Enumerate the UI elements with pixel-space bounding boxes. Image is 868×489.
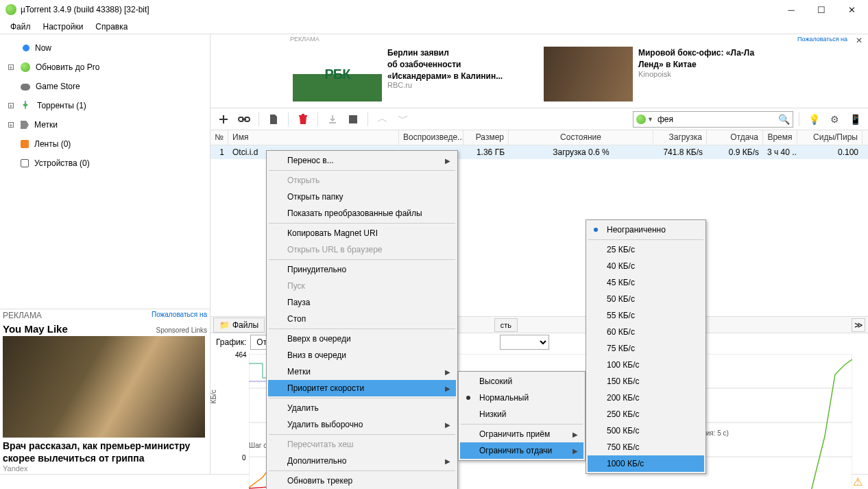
ctx-limit-opt[interactable]: 200 КБ/с [588,390,704,406]
stop-button[interactable] [344,110,362,128]
ctx-show-converted[interactable]: Показать преобразованные файлы [268,205,456,222]
tab-speed[interactable]: сть [494,318,518,332]
context-submenu-limit: Неограниченно 25 КБ/с 40 КБ/с 45 КБ/с 50… [586,219,706,474]
warning-icon[interactable]: ⚠ [853,475,863,488]
add-link-button[interactable] [235,110,253,128]
search-icon[interactable]: 🔍 [778,114,790,125]
ctx-limit-opt[interactable]: 45 КБ/с [588,274,704,291]
expand-icon[interactable] [8,64,14,70]
ctx-limit-upload[interactable]: Ограничить отдачи▶ [460,442,583,459]
ad-block-2[interactable]: Мировой бокс-офис: «Ла-ЛаЛенд» в КитаеKi… [544,47,782,105]
help-button[interactable]: 💡 [805,110,823,128]
tab-files[interactable]: 📁Файлы [213,318,265,333]
grid-header: № Имя Воспроизведе... Размер Состояние З… [210,130,868,145]
ctx-priority-high[interactable]: Высокий [460,373,583,390]
ctx-speed-priority[interactable]: Приоритет скорости▶ [268,380,456,396]
add-button[interactable] [215,110,232,128]
ctx-stop[interactable]: Стоп [268,311,456,327]
ctx-limit-opt[interactable]: 60 КБ/с [588,324,704,340]
ad-label: РЕКЛАМА [290,36,320,43]
cell-download: 741.8 КБ/s [653,146,707,158]
ad-source: Kinopoisk [638,70,782,78]
col-state[interactable]: Состояние [509,130,653,145]
sidebar-item-game[interactable]: Game Store [0,77,210,96]
move-down-button[interactable]: ﹀ [394,110,412,128]
ctx-copy-magnet[interactable]: Копировать Magnet URI [268,225,456,241]
ctx-queue-up[interactable]: Вверх в очереди [268,331,456,347]
expand-icon[interactable] [8,122,14,128]
ctx-delete[interactable]: Удалить [268,400,456,416]
ctx-limit-opt[interactable]: 40 КБ/с [588,258,704,274]
sidebar-label: Now [35,43,51,53]
menu-settings[interactable]: Настройки [37,20,90,34]
ctx-limit-opt[interactable]: 1000 КБ/с [588,455,704,472]
sidebar-item-labels[interactable]: Метки [0,115,210,134]
ctx-limit-opt[interactable]: 55 КБ/с [588,307,704,324]
minimize-button[interactable]: ─ [776,0,806,19]
ctx-move-to[interactable]: Перенос в...▶ [268,152,456,169]
sidebar-item-torrents[interactable]: Торренты (1) [0,96,210,115]
sidebar: Now Обновить до Pro Game Store Торренты … [0,34,210,474]
ctx-force[interactable]: Принудительно [268,261,456,278]
sidebar-item-feeds[interactable]: Ленты (0) [0,134,210,154]
ad-thumb: РБК [293,47,382,102]
ctx-priority-normal[interactable]: Нормальный [460,390,583,406]
col-num[interactable]: № [210,130,228,145]
new-file-button[interactable] [265,110,282,128]
search-box[interactable]: ▼ 🔍 [633,111,793,128]
ctx-limit-opt[interactable]: 150 КБ/с [588,373,704,390]
move-up-button[interactable]: ︿ [374,110,391,128]
dropdown-icon[interactable]: ▼ [647,116,653,123]
ctx-delete-selective[interactable]: Удалить выборочно▶ [268,416,456,433]
ctx-update-tracker[interactable]: Обновить трекер [268,473,456,489]
ad-close-icon[interactable]: ✕ [856,36,863,45]
ctx-labels[interactable]: Метки▶ [268,363,456,380]
menu-file[interactable]: Файл [4,20,37,34]
sidebar-item-devices[interactable]: Устройства (0) [0,154,210,173]
ad-block-1[interactable]: РБК Берлин заявилоб озабоченности«Исканд… [293,47,531,105]
maximize-button[interactable]: ☐ [806,0,836,19]
ctx-queue-down[interactable]: Вниз в очереди [268,347,456,363]
ad-report-link[interactable]: Пожаловаться на [152,311,207,320]
gear-icon[interactable]: ⚙ [825,110,843,128]
graph-ymin: 0 [242,454,246,462]
close-button[interactable]: ✕ [836,0,867,19]
sidebar-item-pro[interactable]: Обновить до Pro [0,58,210,77]
col-download[interactable]: Загрузка [653,130,707,145]
ctx-open-folder[interactable]: Открыть папку [268,189,456,205]
col-name[interactable]: Имя [228,130,399,145]
ad-text[interactable]: Врач рассказал, как премьер-министру ско… [3,440,207,464]
ctx-limit-opt[interactable]: 25 КБ/с [588,241,704,258]
ctx-advanced[interactable]: Дополнительно▶ [268,453,456,469]
search-input[interactable] [653,115,778,124]
ctx-pause[interactable]: Пауза [268,294,456,311]
expand-icon[interactable] [8,103,14,108]
sidebar-item-now[interactable]: Now [0,38,210,58]
ctx-priority-low[interactable]: Низкий [460,406,583,422]
menubar: Файл Настройки Справка [0,19,868,34]
delete-button[interactable] [294,110,312,128]
ctx-limit-unlimited[interactable]: Неограниченно [588,222,704,238]
ctx-open-url: Открыть URL в браузере [268,241,456,258]
col-size[interactable]: Размер [463,130,509,145]
col-seeds-peers[interactable]: Сиды/Пиры [797,130,863,145]
col-upload[interactable]: Отдача [707,130,763,145]
ctx-limit-opt[interactable]: 750 КБ/с [588,439,704,455]
ctx-limit-download[interactable]: Ограничить приём▶ [460,426,583,442]
menu-help[interactable]: Справка [89,20,134,34]
ctx-limit-opt[interactable]: 75 КБ/с [588,340,704,357]
ad-thumb [544,47,633,102]
ad-report-link[interactable]: Пожаловаться на [797,36,847,43]
tabs-options-button[interactable]: ≫ [852,318,865,332]
remote-button[interactable]: 📱 [846,110,864,128]
ctx-limit-opt[interactable]: 500 КБ/с [588,422,704,439]
ad-image[interactable] [3,336,205,438]
graph-extra-select[interactable] [500,335,549,350]
svg-rect-3 [349,115,357,123]
ctx-limit-opt[interactable]: 100 КБ/с [588,357,704,373]
ctx-limit-opt[interactable]: 250 КБ/с [588,406,704,422]
col-play[interactable]: Воспроизведе... [399,130,463,145]
col-time[interactable]: Время [763,130,797,145]
start-button[interactable] [324,110,341,128]
ctx-limit-opt[interactable]: 50 КБ/с [588,291,704,307]
